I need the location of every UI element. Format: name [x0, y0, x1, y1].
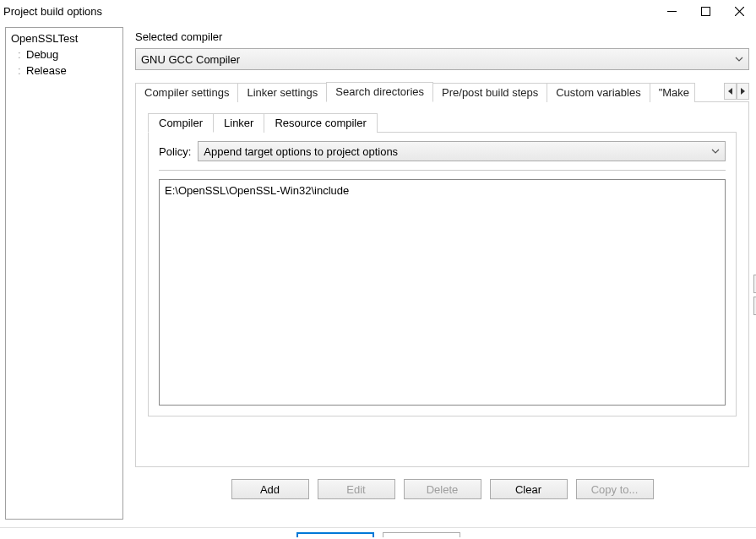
policy-select[interactable]: Append target options to project options: [198, 141, 726, 161]
cancel-button-partial[interactable]: [383, 532, 460, 537]
copy-to-button[interactable]: Copy to...: [576, 479, 654, 499]
svg-rect-1: [701, 7, 710, 15]
edit-button[interactable]: Edit: [318, 479, 395, 499]
divider: [159, 170, 726, 171]
tab-pre-post-build[interactable]: Pre/post build steps: [432, 83, 547, 102]
window-title: Project build options: [2, 5, 655, 18]
tab-scroll-left[interactable]: [724, 83, 737, 100]
subtab-compiler[interactable]: Compiler: [148, 113, 214, 133]
minimize-icon: [667, 7, 677, 16]
add-button[interactable]: Add: [231, 479, 309, 499]
dialog-footer: [0, 527, 756, 539]
policy-value: Append target options to project options: [204, 145, 711, 158]
tab-search-directories[interactable]: Search directories: [326, 82, 433, 102]
compiler-dirs-page: Policy: Append target options to project…: [148, 133, 737, 416]
list-item[interactable]: E:\OpenSSL\OpenSSL-Win32\include: [165, 183, 720, 198]
tree-root[interactable]: OpenSSLTest: [9, 30, 119, 46]
compiler-select[interactable]: GNU GCC Compiler: [135, 48, 749, 70]
tab-custom-variables[interactable]: Custom variables: [547, 83, 650, 102]
directories-list[interactable]: E:\OpenSSL\OpenSSL-Win32\include: [159, 179, 726, 406]
tree-item-release[interactable]: Release: [9, 63, 119, 79]
subtab-linker[interactable]: Linker: [213, 113, 264, 133]
main-tabs: Compiler settings Linker settings Search…: [135, 82, 749, 102]
triangle-left-icon: [727, 88, 733, 95]
chevron-down-icon: [735, 55, 743, 63]
tab-make[interactable]: "Make: [650, 83, 695, 102]
tab-linker-settings[interactable]: Linker settings: [237, 83, 327, 102]
triangle-right-icon: [740, 88, 746, 95]
tree-item-debug[interactable]: Debug: [9, 46, 119, 63]
chevron-down-icon: [711, 147, 720, 155]
maximize-icon: [701, 7, 710, 16]
delete-button[interactable]: Delete: [404, 479, 481, 499]
tab-scroll-right[interactable]: [737, 83, 749, 100]
minimize-button[interactable]: [655, 0, 688, 22]
selected-compiler-label: Selected compiler: [135, 30, 749, 43]
subtab-resource-compiler[interactable]: Resource compiler: [264, 113, 377, 133]
close-button[interactable]: [722, 0, 756, 22]
ok-button-partial[interactable]: [296, 532, 374, 537]
maximize-button[interactable]: [688, 0, 722, 22]
search-directories-page: Compiler Linker Resource compiler Policy…: [135, 102, 749, 467]
targets-tree[interactable]: OpenSSLTest Debug Release: [5, 27, 123, 520]
clear-button[interactable]: Clear: [490, 479, 568, 499]
tab-compiler-settings[interactable]: Compiler settings: [135, 83, 238, 102]
compiler-select-value: GNU GCC Compiler: [141, 53, 735, 66]
policy-label: Policy:: [159, 145, 191, 158]
close-icon: [735, 7, 744, 16]
sub-tabs: Compiler Linker Resource compiler: [148, 112, 737, 133]
